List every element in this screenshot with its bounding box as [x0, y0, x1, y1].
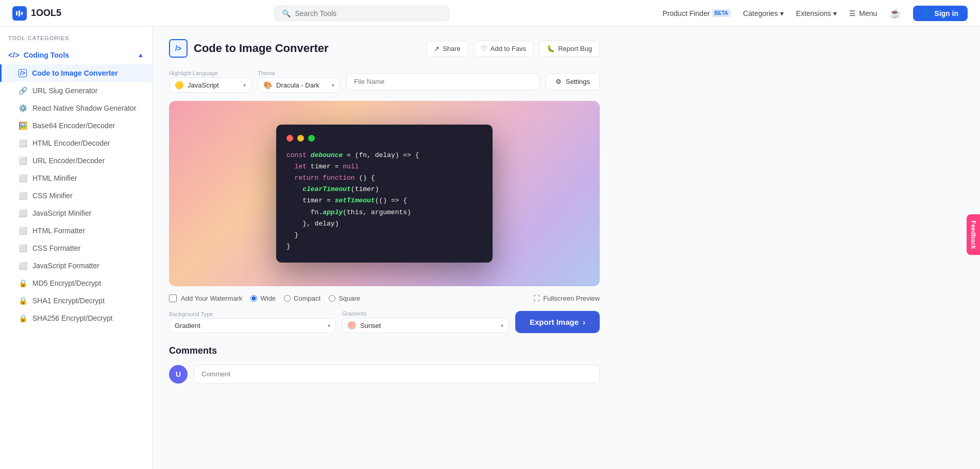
- share-icon: ↗: [434, 45, 440, 53]
- comments-section: Comments U: [169, 345, 600, 384]
- coffee-icon[interactable]: ☕: [889, 8, 901, 19]
- nav-categories[interactable]: Categories ▾: [743, 9, 784, 18]
- chevron-down-icon: ▾: [243, 82, 246, 88]
- logo-text: 1OOL5: [31, 8, 61, 19]
- size-square[interactable]: Square: [329, 294, 360, 302]
- size-wide[interactable]: Wide: [250, 294, 276, 302]
- menu-button[interactable]: ☰ Menu: [849, 9, 877, 18]
- chevron-down-icon: ▾: [328, 323, 330, 328]
- watermark-checkbox[interactable]: [169, 294, 177, 302]
- gradients-select[interactable]: Sunset ▾: [342, 318, 509, 333]
- theme-select[interactable]: 🎨 Dracula - Dark ▾: [258, 77, 340, 93]
- sidebar-item-base64[interactable]: 🖼️ Base64 Encoder/Decoder: [0, 117, 152, 134]
- size-wide-radio[interactable]: [250, 295, 257, 302]
- code-line: }, delay): [286, 218, 482, 230]
- report-bug-button[interactable]: 🐛 Report Bug: [539, 41, 600, 57]
- sidebar-item-css-formatter[interactable]: ⬜ CSS Formatter: [0, 239, 152, 257]
- item-icon: 🔒: [19, 279, 27, 287]
- size-compact[interactable]: Compact: [284, 294, 320, 302]
- logo[interactable]: 1OOL5: [12, 6, 61, 21]
- sidebar: TOOL CATEGORIES </> Coding Tools ▲ /> Co…: [0, 27, 153, 469]
- export-button[interactable]: Export Image ›: [515, 311, 600, 333]
- feedback-button[interactable]: Feedback: [967, 214, 980, 255]
- sidebar-item-label: React Native Shadow Generator: [32, 104, 137, 112]
- fullscreen-button[interactable]: ⛶ Fullscreen Preview: [533, 294, 600, 302]
- sidebar-item-js-minifier[interactable]: ⬜ JavaScript Minifier: [0, 204, 152, 222]
- bg-type-container: Background Type Gradient ▾: [169, 311, 336, 333]
- nav-extensions[interactable]: Extensions ▾: [796, 9, 837, 18]
- sidebar-item-md5[interactable]: 🔒 MD5 Encrypt/Decrypt: [0, 274, 152, 292]
- code-content: const debounce = (fn, delay) => { let ti…: [286, 150, 482, 252]
- add-to-favs-button[interactable]: ♡ Add to Favs: [474, 41, 534, 57]
- controls-row: Highlight Language 🟡 JavaScript ▾ Theme …: [169, 70, 600, 93]
- code-line: }: [286, 241, 482, 252]
- window-close-dot: [286, 135, 293, 142]
- bg-type-select[interactable]: Gradient ▾: [169, 318, 336, 333]
- sidebar-item-url-slug[interactable]: 🔗 URL Slug Generator: [0, 82, 152, 99]
- sidebar-item-url-encoder[interactable]: ⬜ URL Encoder/Decoder: [0, 152, 152, 169]
- sidebar-section-coding[interactable]: </> Coding Tools ▲: [0, 45, 152, 64]
- language-label: Highlight Language: [169, 70, 251, 76]
- window-maximize-dot: [308, 135, 315, 142]
- comment-input[interactable]: [194, 364, 600, 384]
- signin-label: Sign in: [934, 9, 958, 18]
- sidebar-item-label: Base64 Encoder/Decoder: [32, 121, 115, 130]
- sidebar-item-label: CSS Minifier: [32, 192, 73, 200]
- chevron-down-icon: ▾: [780, 9, 784, 18]
- sidebar-item-html-minifier[interactable]: ⬜ HTML Minifier: [0, 169, 152, 187]
- sidebar-item-html-formatter[interactable]: ⬜ HTML Formatter: [0, 222, 152, 239]
- nav-product-finder[interactable]: Product Finder BETA: [663, 9, 731, 18]
- language-select[interactable]: 🟡 JavaScript ▾: [169, 77, 251, 93]
- tool-header: /> Code to Image Converter ↗ Share ♡ Add…: [169, 39, 600, 58]
- code-line: const debounce = (fn, delay) => {: [286, 150, 482, 161]
- coding-icon: </>: [8, 50, 20, 59]
- theme-select-container: Theme 🎨 Dracula - Dark ▾: [258, 70, 340, 93]
- sidebar-item-js-formatter[interactable]: ⬜ JavaScript Formatter: [0, 257, 152, 274]
- sidebar-item-html-encoder[interactable]: ⬜ HTML Encoder/Decoder: [0, 134, 152, 152]
- sidebar-item-sha1[interactable]: 🔒 SHA1 Encrypt/Decrypt: [0, 292, 152, 309]
- layout: TOOL CATEGORIES </> Coding Tools ▲ /> Co…: [0, 27, 980, 469]
- search-input[interactable]: [295, 9, 442, 18]
- sidebar-item-label: MD5 Encrypt/Decrypt: [32, 279, 101, 287]
- watermark-checkbox-label[interactable]: Add Your Watermark: [169, 294, 242, 302]
- item-icon: ⚙️: [19, 104, 27, 112]
- size-compact-radio[interactable]: [284, 295, 291, 302]
- beta-badge: BETA: [712, 9, 731, 17]
- sidebar-item-code-to-image[interactable]: /> Code to Image Converter: [0, 64, 152, 82]
- sidebar-item-label: HTML Minifier: [32, 174, 77, 182]
- signin-button[interactable]: 👤 Sign in: [913, 6, 968, 21]
- language-value: JavaScript: [188, 81, 219, 89]
- settings-button[interactable]: ⚙ Settings: [546, 73, 600, 90]
- size-square-radio[interactable]: [329, 295, 335, 302]
- report-bug-label: Report Bug: [558, 45, 592, 53]
- sidebar-item-css-minifier[interactable]: ⬜ CSS Minifier: [0, 187, 152, 204]
- item-icon: ⬜: [19, 244, 27, 252]
- share-label: Share: [443, 45, 461, 53]
- comment-input-row: U: [169, 364, 600, 384]
- share-button[interactable]: ↗ Share: [426, 41, 468, 57]
- layout-controls: Add Your Watermark Wide Compact: [169, 294, 600, 302]
- watermark-label: Add Your Watermark: [181, 294, 242, 302]
- preview-area: const debounce = (fn, delay) => { let ti…: [169, 101, 600, 286]
- file-name-input[interactable]: [346, 73, 539, 90]
- comments-title: Comments: [169, 345, 600, 356]
- search-box[interactable]: 🔍: [274, 6, 449, 21]
- code-window: const debounce = (fn, delay) => { let ti…: [276, 125, 493, 263]
- language-select-container: Highlight Language 🟡 JavaScript ▾: [169, 70, 251, 93]
- sidebar-item-label: HTML Formatter: [32, 227, 85, 235]
- sidebar-item-react-native-shadow[interactable]: ⚙️ React Native Shadow Generator: [0, 99, 152, 117]
- settings-icon: ⚙: [555, 78, 562, 85]
- size-wide-label: Wide: [260, 294, 276, 302]
- sidebar-item-sha256[interactable]: 🔒 SHA256 Encrypt/Decrypt: [0, 309, 152, 327]
- item-icon: ⬜: [19, 157, 27, 165]
- svg-rect-0: [16, 11, 18, 15]
- code-line: clearTimeout(timer): [286, 184, 482, 195]
- code-line: fn.apply(this, arguments): [286, 207, 482, 218]
- sidebar-item-label: CSS Formatter: [32, 244, 80, 252]
- sidebar-item-label: JavaScript Formatter: [32, 262, 99, 270]
- nav-label: Categories: [743, 9, 778, 18]
- item-icon: 🔒: [19, 297, 27, 305]
- gradients-container: Gradients Sunset ▾: [342, 310, 509, 333]
- window-minimize-dot: [297, 135, 304, 142]
- sidebar-item-label: URL Slug Generator: [32, 86, 97, 95]
